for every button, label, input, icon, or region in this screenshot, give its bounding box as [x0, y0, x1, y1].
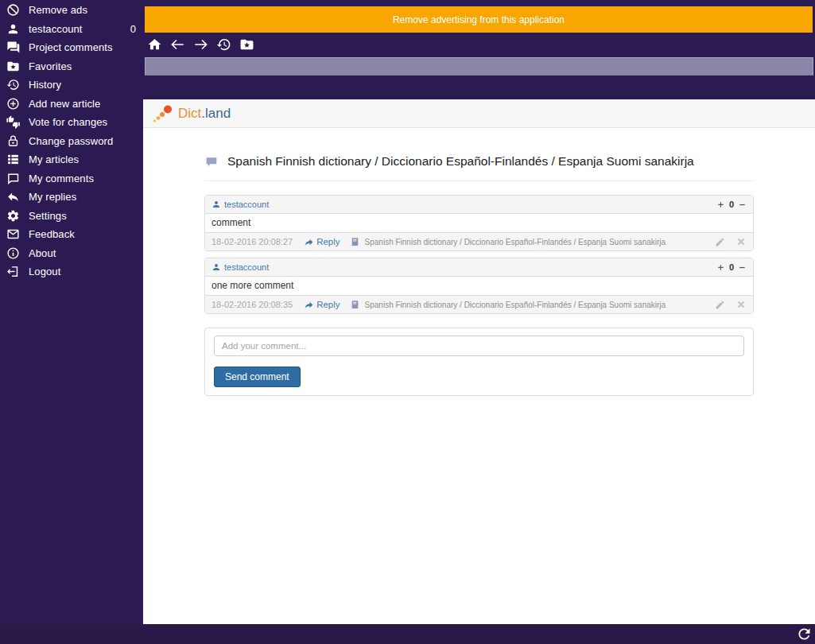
comment-input[interactable]: [214, 336, 744, 356]
page-title-row: Spanish Finnish dictionary / Diccionario…: [204, 154, 754, 169]
speech-bubble-icon: [204, 156, 219, 169]
comment-header: testaccount 0: [205, 196, 753, 214]
delete-x-icon[interactable]: [735, 299, 747, 310]
sidebar-item-label: Change password: [29, 135, 113, 147]
sidebar-item-label: Settings: [29, 210, 67, 222]
folder-star-icon: [6, 60, 20, 73]
comment-actions: [715, 299, 747, 310]
user-icon: [6, 22, 20, 36]
sidebar-item-logout[interactable]: Logout: [0, 262, 144, 281]
sidebar: Remove ads testaccount 0 Project comment…: [0, 0, 144, 644]
history-icon: [6, 78, 20, 91]
reply-link[interactable]: Reply: [304, 237, 340, 247]
page-title: Spanish Finnish dictionary / Diccionario…: [227, 154, 694, 169]
sidebar-item-label: Remove ads: [29, 4, 87, 16]
sidebar-item-label: History: [29, 79, 61, 91]
comment-footer: 18-02-2016 20:08:27 Reply Spanish Finnis…: [205, 232, 753, 250]
logo-text: Dict.land: [178, 106, 231, 122]
edit-pencil-icon[interactable]: [715, 300, 725, 310]
no-entry-icon: [6, 3, 20, 17]
edit-pencil-icon[interactable]: [715, 237, 725, 247]
home-icon: [147, 37, 162, 52]
sidebar-item-my-comments[interactable]: My comments: [0, 169, 144, 188]
sidebar-item-label: Project comments: [29, 41, 113, 53]
sidebar-item-vote-for-changes[interactable]: Vote for changes: [0, 113, 144, 132]
comment-article-link[interactable]: Spanish Finnish dictionary / Diccionario…: [365, 238, 666, 246]
reply-label: Reply: [316, 300, 340, 309]
sidebar-item-label: Favorites: [29, 60, 72, 72]
comment-article-link[interactable]: Spanish Finnish dictionary / Diccionario…: [365, 301, 666, 309]
vote-count: 0: [729, 262, 734, 272]
lock-icon: [6, 134, 20, 148]
comment-outline-icon: [6, 172, 20, 185]
dictionary-book-icon: [350, 236, 360, 247]
forward-arrow-icon: [193, 37, 208, 52]
sidebar-item-badge: 0: [130, 23, 136, 35]
sidebar-item-history[interactable]: History: [0, 76, 144, 95]
send-comment-button[interactable]: Send comment: [214, 367, 301, 387]
sidebar-item-project-comments[interactable]: Project comments: [0, 38, 144, 57]
upvote-icon[interactable]: [716, 263, 725, 272]
sidebar-item-change-password[interactable]: Change password: [0, 132, 144, 151]
sidebar-item-feedback[interactable]: Feedback: [0, 225, 144, 244]
back-arrow-button[interactable]: [170, 37, 185, 52]
favorites-folder-button[interactable]: [239, 37, 254, 52]
sidebar-item-label: Add new article: [29, 98, 100, 110]
refresh-icon: [796, 626, 813, 642]
upvote-icon[interactable]: [716, 200, 725, 209]
downvote-icon[interactable]: [738, 200, 747, 209]
back-arrow-icon: [170, 37, 185, 52]
vote-count: 0: [729, 200, 734, 209]
sidebar-item-label: My replies: [29, 191, 76, 203]
vote-controls: 0: [716, 200, 747, 209]
vote-controls: 0: [716, 262, 747, 272]
browser-content: Dict.land Spanish Finnish dictionary / D…: [143, 99, 815, 624]
history-icon: [216, 37, 231, 52]
comment-author-link[interactable]: testaccount: [224, 262, 269, 272]
site-logo[interactable]: Dict.land: [151, 103, 231, 124]
envelope-icon: [6, 227, 20, 241]
sidebar-item-label: About: [29, 247, 56, 259]
sidebar-item-label: Vote for changes: [29, 116, 107, 128]
comment-footer: 18-02-2016 20:08:35 Reply Spanish Finnis…: [205, 295, 753, 313]
downvote-icon[interactable]: [738, 263, 747, 272]
reply-arrow-icon: [304, 237, 314, 247]
info-icon: [6, 246, 20, 260]
plus-circle-icon: [6, 97, 20, 111]
sidebar-item-label: Logout: [29, 266, 60, 277]
list-icon: [6, 153, 20, 166]
comment-actions: [715, 236, 747, 247]
sidebar-item-label: Feedback: [29, 228, 75, 240]
address-bar-input[interactable]: [145, 57, 813, 76]
logo-comet-icon: [151, 103, 175, 124]
comment-author-link[interactable]: testaccount: [224, 200, 269, 209]
sidebar-item-add-new-article[interactable]: Add new article: [0, 95, 144, 114]
browser-toolbar: [147, 37, 254, 52]
user-icon: [212, 200, 221, 209]
sidebar-item-about[interactable]: About: [0, 244, 144, 263]
home-button[interactable]: [147, 37, 162, 52]
logout-icon: [6, 265, 20, 278]
refresh-button[interactable]: [796, 626, 813, 642]
reply-link[interactable]: Reply: [304, 300, 340, 310]
reply-label: Reply: [316, 237, 340, 246]
sidebar-item-my-articles[interactable]: My articles: [0, 150, 144, 169]
chat-bubbles-icon: [6, 41, 20, 54]
sidebar-item-testaccount[interactable]: testaccount 0: [0, 20, 144, 39]
sidebar-item-remove-ads[interactable]: Remove ads: [0, 1, 144, 20]
title-divider: [204, 180, 754, 181]
sidebar-item-favorites[interactable]: Favorites: [0, 57, 144, 76]
delete-x-icon[interactable]: [735, 236, 747, 247]
comment-card: testaccount 0 one more comment 18-02-201…: [204, 258, 754, 314]
sidebar-item-my-replies[interactable]: My replies: [0, 188, 144, 207]
forward-arrow-button[interactable]: [193, 37, 208, 52]
remove-ads-banner[interactable]: Remove advertising from this application: [145, 6, 813, 33]
sidebar-item-label: My comments: [29, 173, 94, 184]
comment-body-text: one more comment: [205, 277, 753, 295]
favorites-folder-icon: [239, 37, 254, 52]
dictionary-book-icon: [350, 299, 360, 310]
history-button[interactable]: [216, 37, 231, 52]
sidebar-item-settings[interactable]: Settings: [0, 207, 144, 226]
reply-icon: [6, 190, 20, 204]
reply-arrow-icon: [304, 300, 314, 310]
